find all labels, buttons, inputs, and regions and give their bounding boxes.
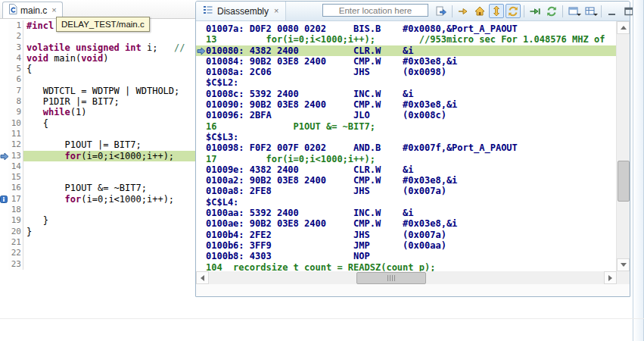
gutter-marker-space [0, 64, 8, 74]
source-line-text: 16 P1OUT &= ~BIT7; [206, 121, 617, 132]
refresh-icon[interactable] [544, 4, 559, 18]
editor-line[interactable]: 20} [0, 227, 195, 237]
disassembly-row-label[interactable]: $C$L2: [196, 77, 617, 88]
scroll-down-button[interactable] [617, 258, 630, 271]
instruction-text: 010080: 4382 2400 CLR.W &i [206, 45, 617, 56]
disassembly-row-instr[interactable]: 010098: F0F2 007F 0202 AND.B #0x007f,&Po… [196, 142, 617, 153]
disassembly-row-instr[interactable]: 010080: 4382 2400 CLR.W &i [196, 45, 617, 56]
editor-tooltip: DELAY_TEST/main.c [56, 17, 150, 32]
editor-line[interactable]: 9 while(1) [0, 107, 195, 117]
editor-line[interactable]: 11 [0, 129, 195, 139]
instruction-text: 0100aa: 5392 2400 INC.W &i [206, 208, 617, 218]
editor-line[interactable]: 15 [0, 172, 195, 183]
disassembly-row-label[interactable]: $C$L3: [196, 132, 617, 142]
disassembly-row-instr[interactable]: 0100b6: 3FF9 JMP (0x00aa) [196, 240, 617, 251]
code-line [23, 74, 195, 85]
gutter-marker-space [0, 237, 8, 248]
code-line: { [23, 118, 195, 129]
disassembly-row-instr[interactable]: 01009e: 4382 2400 CLR.W &i [196, 164, 617, 175]
line-number: 6 [8, 74, 23, 85]
editor-line[interactable]: 13 for(i=0;i<1000;i++); [0, 151, 195, 161]
editor-line[interactable]: 16 P1OUT &= ~BIT7; [0, 183, 195, 193]
gutter-marker-space [0, 31, 8, 42]
toolbar-separator [524, 5, 524, 17]
disassembly-row-instr[interactable]: 0100b8: 4303 NOP [196, 251, 617, 261]
gutter-marker-space [0, 139, 8, 150]
instruction-pointer-icon [0, 151, 8, 161]
disassembly-row-src[interactable]: 17 for(i=0;i<1000;i++); [196, 154, 617, 164]
line-number: 20 [8, 227, 23, 237]
location-input[interactable] [322, 4, 428, 17]
memory-config-icon[interactable] [566, 4, 581, 18]
gutter-marker-space [0, 42, 8, 53]
editor-line[interactable]: 14 [0, 161, 195, 172]
go-to-pc-icon[interactable] [456, 4, 471, 18]
vertical-scrollbar[interactable] [616, 21, 630, 271]
gutter-marker-space [0, 129, 8, 139]
disassembly-tab-close-icon[interactable]: × [274, 7, 278, 15]
scroll-right-button[interactable] [604, 271, 617, 284]
disassembly-tab[interactable]: Disassembly × [196, 2, 286, 20]
disassembly-row-instr[interactable]: 01007a: D0F2 0080 0202 BIS.B #0x0080,&Po… [196, 23, 617, 34]
disassembly-row-instr[interactable]: 0100a8: 2FE8 JHS (0x007a) [196, 186, 617, 196]
disassembly-row-instr[interactable]: 0100b4: 2FE2 JHS (0x007a) [196, 230, 617, 240]
lock-scroll-icon[interactable] [489, 4, 504, 18]
editor-line[interactable]: 7 WDTCTL = WDTPW | WDTHOLD; [0, 86, 195, 96]
editor-line[interactable]: 8 P1DIR |= BIT7; [0, 96, 195, 107]
disassembly-row-instr[interactable]: 010090: 90B2 03E8 2400 CMP.W #0x03e8,&i [196, 99, 617, 110]
editor-tab-main-c[interactable]: main.c × [2, 2, 63, 18]
disassembly-row-label[interactable]: $C$L4: [196, 197, 617, 208]
editor-code-area[interactable]: 1#incl23volatile unsigned int i; //4void… [0, 19, 195, 341]
disassembly-row-instr[interactable]: 0100aa: 5392 2400 INC.W &i [196, 208, 617, 218]
line-number: 15 [8, 172, 23, 183]
instruction-text: 010084: 90B2 03E8 2400 CMP.W #0x03e8,&i [206, 56, 617, 67]
display-options-icon[interactable] [583, 4, 598, 18]
show-location-icon[interactable] [434, 4, 449, 18]
horizontal-scrollbar[interactable] [196, 271, 630, 284]
editor-line[interactable]: 22 [0, 248, 195, 258]
minimize-icon[interactable] [605, 4, 620, 18]
disassembly-body[interactable]: 01007a: D0F2 0080 0202 BIS.B #0x0080,&Po… [196, 21, 617, 274]
editor-line[interactable]: 18 [0, 205, 195, 215]
instruction-text: 01007a: D0F2 0080 0202 BIS.B #0x0080,&Po… [206, 23, 617, 34]
editor-tab-label: main.c [20, 5, 47, 16]
editor-line[interactable]: 21 [0, 237, 195, 248]
line-number: 21 [8, 237, 23, 248]
step-over-icon[interactable] [527, 4, 543, 18]
disassembly-icon [203, 5, 213, 17]
disassembly-row-instr[interactable]: 01008a: 2C06 JHS (0x0098) [196, 67, 617, 77]
horizontal-scrollbar-thumb[interactable] [356, 272, 426, 284]
disassembly-row-instr[interactable]: 010084: 90B2 03E8 2400 CMP.W #0x03e8,&i [196, 56, 617, 67]
scroll-left-button[interactable] [196, 271, 209, 284]
disassembly-row-instr[interactable]: 01008c: 5392 2400 INC.W &i [196, 89, 617, 99]
vertical-scrollbar-thumb[interactable] [618, 161, 630, 202]
editor-line[interactable]: 2 [0, 31, 195, 42]
editor-line[interactable]: 17 for(i=0;i<1000;i++); [0, 194, 195, 205]
auto-sync-icon[interactable] [506, 4, 521, 18]
disassembly-row-src[interactable]: 13 for(i=0;i<1000;i++); //953micro sec F… [196, 34, 617, 45]
editor-line[interactable]: 12 P1OUT |= BIT7; [0, 139, 195, 150]
disassembly-row-src[interactable]: 16 P1OUT &= ~BIT7; [196, 121, 617, 132]
gutter-marker-space [0, 86, 8, 96]
disassembly-row-instr[interactable]: 0100a2: 90B2 03E8 2400 CMP.W #0x03e8,&i [196, 175, 617, 186]
editor-line[interactable]: 19 } [0, 215, 195, 226]
disassembly-row-instr[interactable]: 0100ae: 90B2 03E8 2400 CMP.W #0x03e8,&i [196, 218, 617, 229]
disassembly-row-instr[interactable]: 010096: 2BFA JLO (0x008c) [196, 110, 617, 120]
disassembly-margin [196, 121, 206, 132]
gutter-marker-space [0, 161, 8, 172]
editor-line[interactable]: 4void main(void) [0, 53, 195, 64]
editor-line[interactable]: 3volatile unsigned int i; // [0, 42, 195, 53]
line-number: 8 [8, 96, 23, 107]
disassembly-margin [196, 99, 206, 110]
scroll-up-button[interactable] [617, 21, 630, 34]
editor-line[interactable]: 23 [0, 259, 195, 270]
disassembly-footer [196, 284, 630, 296]
editor-line[interactable]: 10 { [0, 118, 195, 129]
editor-line[interactable]: 5{ [0, 64, 195, 74]
editor-line[interactable]: 6 [0, 74, 195, 85]
line-number: 18 [8, 205, 23, 215]
disassembly-margin [196, 208, 206, 218]
collapsed-view-strip[interactable] [633, 0, 644, 341]
home-icon[interactable] [472, 4, 487, 18]
editor-tab-close-icon[interactable]: × [51, 6, 56, 14]
